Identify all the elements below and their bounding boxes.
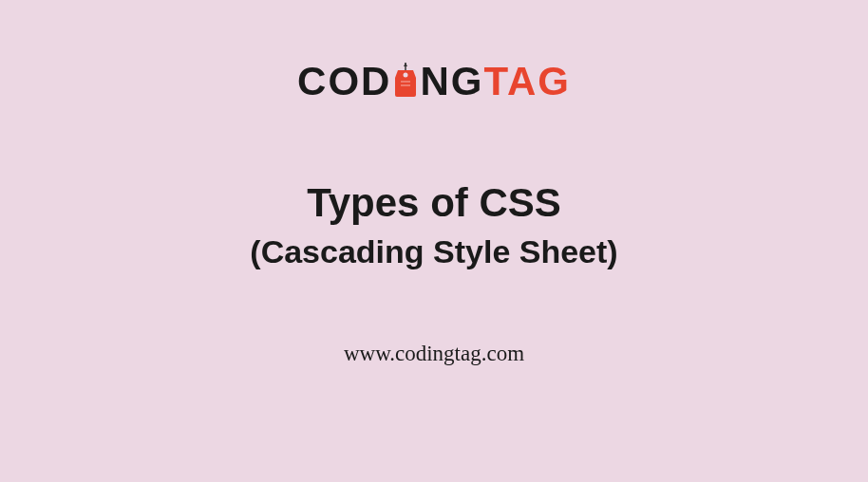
brand-logo: COD NG TAG (297, 57, 571, 104)
price-tag-icon (393, 61, 418, 99)
logo-text-ng: NG (420, 59, 483, 104)
website-url: www.codingtag.com (344, 342, 524, 366)
logo-text-cod: COD (297, 59, 391, 104)
page-subtitle: (Cascading Style Sheet) (250, 233, 617, 270)
logo-text-tag: TAG (483, 59, 571, 104)
page-title: Types of CSS (250, 180, 617, 226)
main-heading: Types of CSS (Cascading Style Sheet) (250, 180, 617, 270)
svg-point-1 (404, 73, 408, 78)
